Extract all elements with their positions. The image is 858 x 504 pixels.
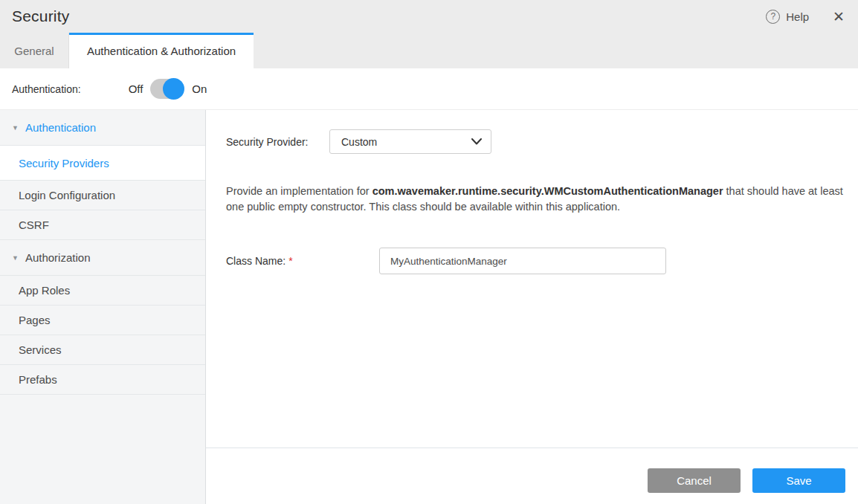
close-icon[interactable]: ✕: [833, 10, 845, 24]
sidebar-section-authentication[interactable]: ▼ Authentication: [0, 110, 205, 146]
sidebar-item-services[interactable]: Services: [0, 335, 205, 365]
main-panel: Security Provider: Custom Provide an imp…: [206, 110, 858, 504]
provider-description: Provide an implementation for com.wavema…: [226, 184, 845, 215]
collapse-triangle-icon: ▼: [12, 124, 19, 132]
sidebar-item-app-roles[interactable]: App Roles: [0, 276, 205, 306]
help-label: Help: [786, 10, 809, 23]
dialog-header: Security ? Help ✕: [0, 0, 858, 33]
tab-bar: General Authentication & Authorization: [0, 33, 858, 68]
authentication-toggle-row: Authentication: Off On: [0, 68, 858, 110]
help-question-icon: ?: [766, 10, 780, 24]
authentication-toggle[interactable]: [150, 79, 183, 99]
security-provider-label: Security Provider:: [226, 136, 329, 148]
class-name-input[interactable]: [379, 248, 666, 274]
chevron-down-icon: [471, 138, 482, 145]
sidebar-section-label: Authentication: [25, 121, 96, 134]
sidebar-item-prefabs[interactable]: Prefabs: [0, 365, 205, 395]
sidebar-section-label: Authorization: [25, 251, 91, 264]
security-provider-value: Custom: [341, 136, 471, 148]
toggle-off-label: Off: [129, 83, 143, 95]
save-button[interactable]: Save: [752, 468, 845, 493]
sidebar-section-authorization[interactable]: ▼ Authorization: [0, 240, 205, 276]
sidebar-item-pages[interactable]: Pages: [0, 306, 205, 335]
authentication-label: Authentication:: [12, 83, 81, 95]
sidebar-item-login-configuration[interactable]: Login Configuration: [0, 181, 205, 210]
footer-actions: Cancel Save: [206, 468, 858, 504]
settings-sidebar: ▼ Authentication Security Providers Logi…: [0, 110, 206, 504]
sidebar-item-csrf[interactable]: CSRF: [0, 210, 205, 240]
class-name-label: Class Name:*: [226, 255, 379, 267]
class-name-row: Class Name:*: [226, 248, 845, 274]
cancel-button[interactable]: Cancel: [648, 468, 741, 493]
security-provider-select[interactable]: Custom: [329, 129, 491, 154]
description-class-name: com.wavemaker.runtime.security.WMCustomA…: [372, 185, 723, 197]
security-dialog: Security ? Help ✕ General Authentication…: [0, 0, 858, 504]
tab-general[interactable]: General: [0, 33, 69, 68]
sidebar-item-security-providers[interactable]: Security Providers: [0, 146, 205, 181]
required-asterisk: *: [288, 255, 292, 267]
tab-authentication-authorization[interactable]: Authentication & Authorization: [69, 33, 254, 68]
toggle-on-label: On: [192, 83, 207, 95]
help-button[interactable]: ? Help: [766, 10, 809, 24]
page-title: Security: [12, 7, 69, 25]
security-provider-row: Security Provider: Custom: [226, 129, 845, 154]
footer-divider: [206, 448, 858, 448]
collapse-triangle-icon: ▼: [12, 254, 19, 262]
description-prefix: Provide an implementation for: [226, 185, 372, 197]
toggle-knob: [163, 78, 184, 100]
